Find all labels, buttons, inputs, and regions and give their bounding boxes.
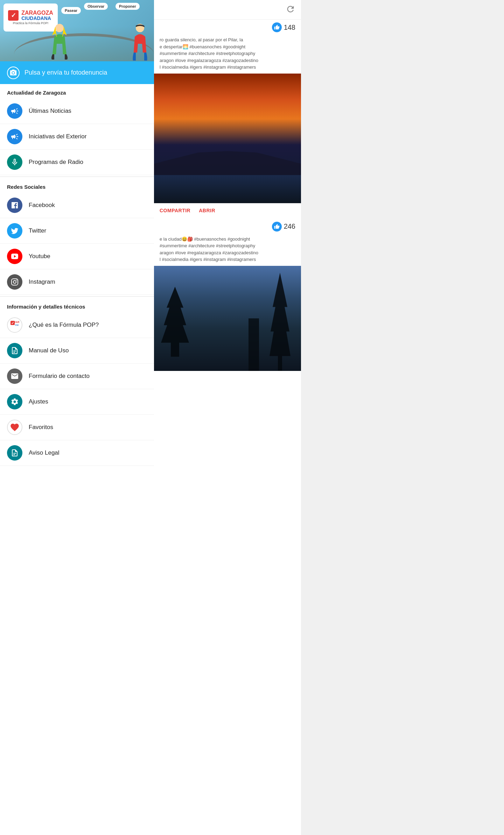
likes-count-2: 246 — [284, 222, 295, 230]
svg-text:✓: ✓ — [11, 321, 14, 325]
logo-zaragoza: ZARAGOZA — [21, 10, 53, 16]
bubble-observar: Observar — [84, 3, 108, 10]
menu-item-aviso[interactable]: Aviso Legal — [0, 440, 154, 466]
svg-point-0 — [55, 24, 64, 32]
menu-item-radio[interactable]: Programas de Radio — [0, 150, 154, 175]
redes-section-header: Redes Sociales — [0, 178, 154, 193]
logo-subtitle: Practica la Fórmula POP! — [13, 21, 49, 25]
megaphone-icon-iniciativas — [7, 129, 22, 144]
mail-icon — [7, 368, 22, 384]
character-boy — [130, 23, 150, 61]
heart-icon — [7, 420, 22, 435]
manual-label: Manual de Uso — [29, 347, 69, 354]
like-icon-1 — [272, 22, 282, 32]
like-icon-2 — [272, 222, 282, 232]
navigation-drawer: ✓ ZARAGOZA CIUDADANA Practica la Fórmula… — [0, 0, 154, 835]
character-girl — [49, 23, 70, 61]
menu-item-contacto[interactable]: Formulario de contacto — [0, 364, 154, 389]
bubble-pasear: Pasear — [61, 7, 81, 14]
menu-item-iniciativas[interactable]: Iniciativas del Exterior — [0, 124, 154, 150]
share-button-1[interactable]: COMPARTIR — [160, 208, 190, 213]
settings-icon — [7, 394, 22, 409]
post-image-2 — [154, 266, 301, 371]
formula-label: ¿Qué es la Fórmula POP? — [29, 322, 99, 329]
facebook-label: Facebook — [29, 202, 55, 209]
divider-1 — [0, 177, 154, 177]
post-hashtags-2: e la ciudad😄🎒 #buenasnoches #goodnight #… — [154, 234, 301, 266]
menu-item-ajustes[interactable]: Ajustes — [0, 389, 154, 415]
formula-icon: ✓ ZAR CIU — [7, 317, 22, 333]
menu-item-formula[interactable]: ✓ ZAR CIU ¿Qué es la Fórmula POP? — [0, 312, 154, 338]
menu-item-instagram[interactable]: Instagram — [0, 269, 154, 295]
post-card-2: 246 e la ciudad😄🎒 #buenasnoches #goodnig… — [154, 219, 301, 371]
youtube-label: Youtube — [29, 253, 50, 260]
drawer-menu: Actualidad de Zaragoza Últimas Noticias … — [0, 84, 154, 835]
twitter-icon — [7, 223, 22, 239]
contacto-label: Formulario de contacto — [29, 373, 90, 380]
menu-item-youtube[interactable]: Youtube — [0, 244, 154, 269]
likes-count-1: 148 — [284, 23, 295, 32]
ajustes-label: Ajustes — [29, 398, 48, 405]
post-hashtags-1: ro guarda silencio, al pasar por el Pila… — [154, 35, 301, 74]
post-actions-1: COMPARTIR ABRIR — [154, 203, 301, 218]
right-panel: 148 ro guarda silencio, al pasar por el … — [154, 0, 301, 835]
mic-icon — [7, 154, 22, 170]
bubble-proponer: Proponer — [115, 3, 140, 10]
iniciativas-label: Iniciativas del Exterior — [29, 133, 86, 140]
twitter-label: Twitter — [29, 227, 46, 234]
drawer-header: ✓ ZARAGOZA CIUDADANA Practica la Fórmula… — [0, 0, 154, 61]
post-likes-row-1: 148 — [154, 20, 301, 35]
megaphone-icon-noticias — [7, 103, 22, 119]
svg-text:CIU: CIU — [15, 324, 19, 326]
divider-2 — [0, 296, 154, 297]
favoritos-label: Favoritos — [29, 424, 53, 431]
menu-item-twitter[interactable]: Twitter — [0, 218, 154, 244]
post-image-1 — [154, 74, 301, 203]
info-section-header: Información y detalles técnicos — [0, 298, 154, 312]
instagram-icon — [7, 274, 22, 290]
photo-denuncia-button[interactable]: Pulsa y envía tu fotodenuncia — [0, 61, 154, 84]
menu-item-manual[interactable]: Manual de Uso — [0, 338, 154, 364]
doc-icon-manual — [7, 343, 22, 358]
aviso-label: Aviso Legal — [29, 449, 59, 456]
instagram-label: Instagram — [29, 278, 55, 285]
actualidad-section-header: Actualidad de Zaragoza — [0, 84, 154, 98]
svg-text:ZAR: ZAR — [14, 321, 19, 323]
post-card-1: 148 ro guarda silencio, al pasar por el … — [154, 20, 301, 218]
menu-item-noticias[interactable]: Últimas Noticias — [0, 98, 154, 124]
radio-label: Programas de Radio — [29, 159, 83, 166]
menu-item-facebook[interactable]: Facebook — [0, 193, 154, 218]
youtube-icon — [7, 249, 22, 264]
camera-icon — [7, 67, 20, 79]
top-bar — [154, 0, 301, 20]
noticias-label: Últimas Noticias — [29, 108, 71, 115]
facebook-icon — [7, 198, 22, 213]
logo-ciudadana: CIUDADANA — [21, 16, 53, 21]
post-likes-row-2: 246 — [154, 219, 301, 234]
refresh-icon[interactable] — [286, 4, 295, 15]
logo-checkmark-icon: ✓ — [8, 10, 19, 21]
doc-icon-aviso — [7, 445, 22, 461]
photo-btn-label: Pulsa y envía tu fotodenuncia — [24, 69, 107, 76]
open-button-1[interactable]: ABRIR — [199, 208, 215, 213]
menu-item-favoritos[interactable]: Favoritos — [0, 415, 154, 440]
